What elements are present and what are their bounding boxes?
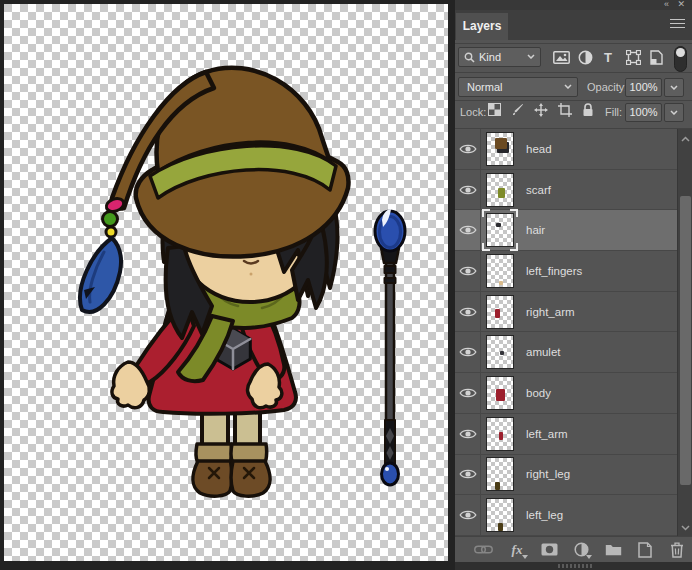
layer-thumbnail[interactable] bbox=[486, 376, 514, 410]
add-layer-mask-button[interactable] bbox=[537, 540, 561, 560]
layer-thumbnail[interactable] bbox=[486, 335, 514, 369]
filter-on-off-toggle[interactable] bbox=[674, 46, 687, 72]
layers-bottom-bar: fx bbox=[455, 536, 692, 562]
visibility-toggle[interactable] bbox=[455, 455, 481, 495]
layer-name: left_arm bbox=[526, 428, 568, 440]
photoshop-window: « ✕ Layers Kind T bbox=[0, 0, 692, 570]
layer-thumbnail[interactable] bbox=[486, 498, 514, 532]
folder-icon bbox=[605, 543, 622, 556]
scroll-up-icon[interactable] bbox=[678, 131, 692, 147]
layer-thumbnail[interactable] bbox=[486, 457, 514, 491]
layer-thumbnail[interactable] bbox=[486, 132, 514, 166]
blend-mode-value: Normal bbox=[467, 81, 502, 93]
visibility-toggle[interactable] bbox=[455, 332, 481, 372]
scrollbar-thumb[interactable] bbox=[680, 196, 691, 485]
layer-name: head bbox=[526, 143, 552, 155]
pixel-filter-icon[interactable] bbox=[552, 49, 570, 66]
new-group-button[interactable] bbox=[601, 540, 625, 560]
layer-row[interactable]: scarf bbox=[455, 170, 677, 211]
visibility-toggle[interactable] bbox=[455, 251, 481, 291]
divider bbox=[455, 72, 692, 73]
opacity-dropdown-button[interactable] bbox=[664, 78, 684, 97]
layer-row[interactable]: right_arm bbox=[455, 292, 677, 333]
adjustment-layer-button[interactable] bbox=[569, 540, 593, 560]
layer-thumbnail[interactable] bbox=[486, 417, 514, 451]
thumbnail-content bbox=[500, 351, 504, 355]
layer-row[interactable]: left_leg bbox=[455, 495, 677, 536]
shape-filter-icon[interactable] bbox=[624, 49, 642, 66]
visibility-toggle[interactable] bbox=[455, 373, 481, 413]
character-illustration bbox=[4, 4, 448, 561]
staff-illustration bbox=[375, 209, 405, 485]
link-layers-button[interactable] bbox=[471, 540, 495, 560]
layer-thumbnail[interactable] bbox=[486, 295, 514, 329]
scroll-down-icon[interactable] bbox=[678, 520, 692, 536]
adjustment-filter-icon[interactable] bbox=[576, 49, 594, 66]
visibility-toggle[interactable] bbox=[455, 495, 481, 535]
layer-row[interactable]: body bbox=[455, 373, 677, 414]
chevron-down-icon bbox=[564, 84, 572, 89]
lock-label: Lock: bbox=[460, 106, 486, 118]
blend-mode-dropdown[interactable]: Normal bbox=[458, 77, 578, 97]
visibility-toggle[interactable] bbox=[455, 210, 481, 250]
delete-layer-button[interactable] bbox=[665, 540, 689, 560]
close-panel-icon[interactable]: ✕ bbox=[677, 0, 685, 9]
lock-all-padlock-icon[interactable] bbox=[582, 103, 594, 117]
lock-transparency-icon[interactable] bbox=[488, 103, 501, 117]
fill-value[interactable]: 100% bbox=[625, 103, 662, 122]
layer-row[interactable]: hair bbox=[455, 210, 677, 251]
kind-label: Kind bbox=[479, 51, 501, 63]
layer-row[interactable]: left_fingers bbox=[455, 251, 677, 292]
smart-object-filter-icon[interactable] bbox=[647, 49, 665, 66]
layer-row[interactable]: head bbox=[455, 129, 677, 170]
layer-thumbnail[interactable] bbox=[486, 173, 514, 207]
collapse-panel-icon[interactable]: « bbox=[664, 0, 668, 9]
visibility-toggle[interactable] bbox=[455, 170, 481, 210]
eye-icon bbox=[459, 184, 477, 196]
chevron-down-icon bbox=[670, 85, 678, 90]
link-icon bbox=[474, 545, 493, 554]
thumbnail-content bbox=[495, 138, 507, 149]
layer-list-scrollbar[interactable] bbox=[677, 129, 692, 538]
panel-menu-icon[interactable] bbox=[670, 19, 685, 31]
search-icon bbox=[464, 52, 475, 63]
divider bbox=[455, 43, 692, 44]
fill-dropdown-button[interactable] bbox=[664, 103, 684, 122]
layer-name: body bbox=[526, 387, 551, 399]
lock-artboard-icon[interactable] bbox=[558, 103, 572, 117]
tab-layers[interactable]: Layers bbox=[456, 13, 508, 40]
layer-row[interactable]: left_arm bbox=[455, 414, 677, 455]
layer-style-button[interactable]: fx bbox=[505, 540, 529, 560]
thumbnail-content bbox=[496, 223, 501, 227]
layer-row[interactable]: right_leg bbox=[455, 455, 677, 496]
new-layer-button[interactable] bbox=[633, 540, 657, 560]
lock-pixels-brush-icon[interactable] bbox=[511, 103, 524, 117]
visibility-toggle[interactable] bbox=[455, 129, 481, 169]
fill-label: Fill: bbox=[605, 106, 622, 118]
trash-icon bbox=[670, 542, 684, 558]
layer-name: scarf bbox=[526, 184, 551, 196]
layer-row[interactable]: amulet bbox=[455, 332, 677, 373]
kind-filter-dropdown[interactable]: Kind bbox=[458, 47, 541, 67]
opacity-label: Opacity: bbox=[587, 81, 627, 93]
layer-list: head scarf bbox=[455, 129, 677, 536]
opacity-value[interactable]: 100% bbox=[625, 78, 662, 97]
layer-thumbnail[interactable] bbox=[486, 213, 514, 247]
eye-icon bbox=[459, 224, 477, 236]
eye-icon bbox=[459, 143, 477, 155]
layer-name: hair bbox=[526, 224, 545, 236]
layer-thumbnail[interactable] bbox=[486, 254, 514, 288]
eye-icon bbox=[459, 509, 477, 521]
visibility-toggle[interactable] bbox=[455, 292, 481, 332]
chevron-down-icon bbox=[527, 54, 535, 59]
thumbnail-content bbox=[495, 482, 500, 490]
lock-position-move-icon[interactable] bbox=[534, 103, 548, 117]
panel-tab-bar: Layers bbox=[455, 10, 692, 40]
visibility-toggle[interactable] bbox=[455, 414, 481, 454]
eye-icon bbox=[459, 428, 477, 440]
type-filter-icon[interactable]: T bbox=[599, 49, 617, 66]
panel-resize-grip[interactable] bbox=[455, 562, 692, 570]
canvas-area[interactable] bbox=[4, 4, 448, 561]
divider bbox=[455, 100, 692, 101]
layer-name: amulet bbox=[526, 346, 561, 358]
